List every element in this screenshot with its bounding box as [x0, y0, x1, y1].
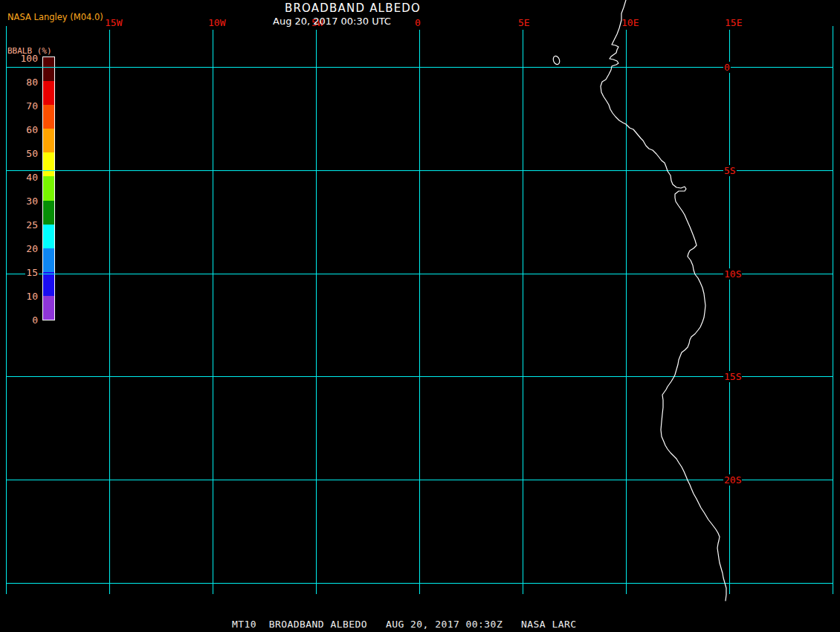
- colorbar-tick-label: 80: [0, 77, 39, 87]
- longitude-tick-label: 15E: [725, 17, 742, 28]
- island-outline: [552, 55, 560, 65]
- page-title: BROADBAND ALBEDO: [285, 1, 421, 15]
- coastline-layer: [0, 0, 840, 632]
- colorbar-tick-label: 30: [0, 196, 39, 206]
- albedo-map-screen: NASA Langley (M04.0) BROADBAND ALBEDO Au…: [0, 0, 840, 632]
- africa-west-coastline: [601, 0, 726, 601]
- longitude-tick-label: 10W: [208, 17, 225, 28]
- colorbar-tick-label: 0: [0, 315, 39, 325]
- longitude-tick-label: 5E: [518, 17, 530, 28]
- longitude-tick-label: 10E: [621, 17, 639, 28]
- latitude-tick-label: 15S: [723, 371, 742, 381]
- latitude-tick-label: 0: [723, 62, 731, 72]
- colorbar-tick-label: 40: [0, 172, 39, 182]
- status-line: MT10 BROADBAND ALBEDO AUG 20, 2017 00:30…: [232, 619, 577, 630]
- timestamp-label: Aug 20, 2017 00:30 UTC: [273, 16, 391, 27]
- longitude-tick-label: 0: [415, 17, 421, 28]
- credit-label: NASA Langley (M04.0): [7, 12, 103, 22]
- latitude-tick-label: 5S: [723, 165, 737, 175]
- colorbar-tick-label: 10: [0, 291, 39, 301]
- latitude-tick-label: 10S: [723, 268, 742, 279]
- colorbar-tick-label: 50: [0, 148, 39, 158]
- longitude-tick-label: 15W: [105, 17, 122, 28]
- colorbar-tick-label: 60: [0, 124, 39, 135]
- latitude-tick-label: 20S: [723, 474, 742, 485]
- colorbar-tick-label: 20: [0, 243, 39, 254]
- colorbar-tick-label: 70: [0, 100, 39, 111]
- colorbar-tick-label: 15: [0, 267, 39, 277]
- colorbar-title: BBALB (%): [7, 46, 52, 56]
- colorbar-tick-label: 25: [0, 219, 39, 230]
